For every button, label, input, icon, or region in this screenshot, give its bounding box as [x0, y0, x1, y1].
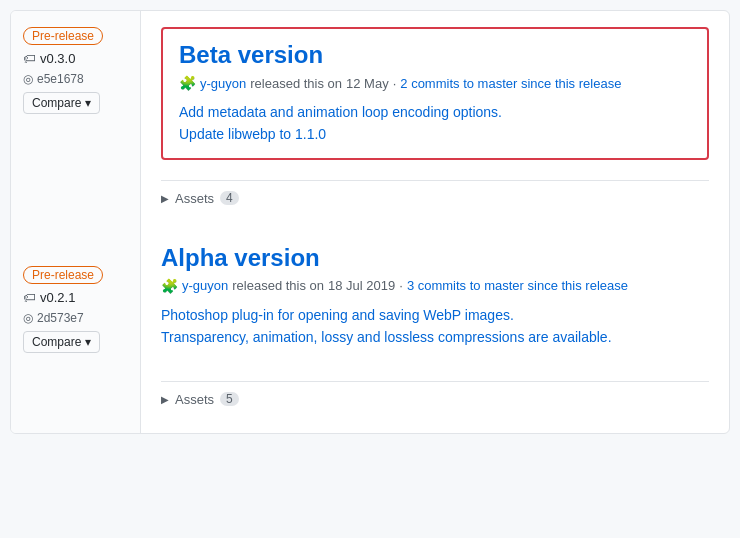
- beta-released-text: released this on: [250, 76, 342, 91]
- beta-release-meta: 🧩 y-guyon released this on 12 May · 2 co…: [179, 75, 691, 91]
- alpha-compare-label: Compare: [32, 335, 81, 349]
- alpha-commits-link[interactable]: 3 commits to master since this release: [407, 278, 628, 293]
- alpha-commit-hash: 2d573e7: [37, 311, 84, 325]
- alpha-puzzle-icon: 🧩: [161, 278, 178, 294]
- sidebar: Pre-release 🏷 v0.3.0 ◎ e5e1678 Compare ▾…: [11, 11, 141, 433]
- beta-release-body: Add metadata and animation loop encoding…: [179, 101, 691, 146]
- page-container: Pre-release 🏷 v0.3.0 ◎ e5e1678 Compare ▾…: [10, 10, 730, 434]
- alpha-compare-chevron: ▾: [85, 335, 91, 349]
- beta-assets-count: 4: [220, 191, 239, 205]
- alpha-compare-button[interactable]: Compare ▾: [23, 331, 100, 353]
- alpha-release-body: Photoshop plug-in for opening and saving…: [161, 304, 709, 349]
- alpha-tag-icon: 🏷: [23, 290, 36, 305]
- alpha-body-line-2: Transparency, animation, lossy and lossl…: [161, 326, 709, 348]
- beta-dot: ·: [393, 76, 397, 91]
- alpha-released-text: released this on: [232, 278, 324, 293]
- alpha-release-title[interactable]: Alpha version: [161, 244, 709, 272]
- alpha-release-section: Alpha version 🧩 y-guyon released this on…: [161, 244, 709, 369]
- alpha-assets-row[interactable]: ▶ Assets 5: [161, 381, 709, 417]
- beta-compare-button[interactable]: Compare ▾: [23, 92, 100, 114]
- commit-icon: ◎: [23, 72, 33, 86]
- alpha-dot: ·: [399, 278, 403, 293]
- tag-icon: 🏷: [23, 51, 36, 66]
- alpha-body-line-1: Photoshop plug-in for opening and saving…: [161, 304, 709, 326]
- alpha-release-meta: 🧩 y-guyon released this on 18 Jul 2019 ·…: [161, 278, 709, 294]
- alpha-date: 18 Jul 2019: [328, 278, 395, 293]
- beta-body-line-2: Update libwebp to 1.1.0: [179, 123, 691, 145]
- sidebar-spacer: [23, 146, 128, 266]
- alpha-commit-row: ◎ 2d573e7: [23, 311, 128, 325]
- beta-puzzle-icon: 🧩: [179, 75, 196, 91]
- beta-commit-row: ◎ e5e1678: [23, 72, 128, 86]
- beta-compare-chevron: ▾: [85, 96, 91, 110]
- beta-sidebar-block: Pre-release 🏷 v0.3.0 ◎ e5e1678 Compare ▾: [23, 27, 128, 130]
- beta-date: 12 May: [346, 76, 389, 91]
- beta-release-title[interactable]: Beta version: [179, 41, 691, 69]
- alpha-author-link[interactable]: y-guyon: [182, 278, 228, 293]
- beta-commits-link[interactable]: 2 commits to master since this release: [400, 76, 621, 91]
- alpha-sidebar-block: Pre-release 🏷 v0.2.1 ◎ 2d573e7 Compare ▾: [23, 266, 128, 369]
- alpha-assets-chevron: ▶: [161, 394, 169, 405]
- beta-release-section: Beta version 🧩 y-guyon released this on …: [161, 27, 709, 160]
- alpha-commit-icon: ◎: [23, 311, 33, 325]
- beta-compare-label: Compare: [32, 96, 81, 110]
- beta-assets-chevron: ▶: [161, 193, 169, 204]
- beta-tag-row: 🏷 v0.3.0: [23, 51, 128, 66]
- beta-body-line-1: Add metadata and animation loop encoding…: [179, 101, 691, 123]
- beta-author-link[interactable]: y-guyon: [200, 76, 246, 91]
- beta-commit-hash: e5e1678: [37, 72, 84, 86]
- beta-assets-label: Assets: [175, 191, 214, 206]
- alpha-tag-label: v0.2.1: [40, 290, 75, 305]
- beta-tag-label: v0.3.0: [40, 51, 75, 66]
- alpha-tag-row: 🏷 v0.2.1: [23, 290, 128, 305]
- beta-assets-row[interactable]: ▶ Assets 4: [161, 180, 709, 216]
- alpha-assets-label: Assets: [175, 392, 214, 407]
- alpha-assets-count: 5: [220, 392, 239, 406]
- main-content: Beta version 🧩 y-guyon released this on …: [141, 11, 729, 433]
- release-separator: [161, 216, 709, 236]
- beta-pre-release-badge: Pre-release: [23, 27, 103, 45]
- alpha-pre-release-badge: Pre-release: [23, 266, 103, 284]
